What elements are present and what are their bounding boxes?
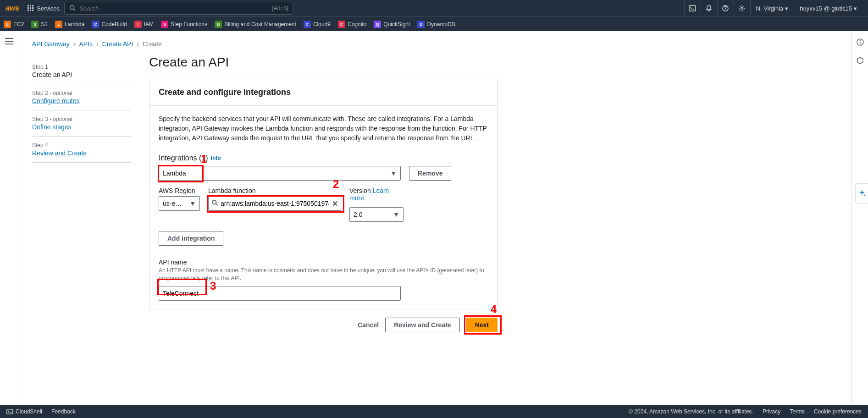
step-title: Create an API: [32, 71, 131, 78]
wizard-form: Create an API Create and configure integ…: [149, 51, 498, 332]
panel-description: Specify the backend services that your A…: [159, 114, 488, 143]
breadcrumb-link[interactable]: Create API: [102, 40, 133, 48]
review-create-button[interactable]: Review and Create: [385, 318, 460, 332]
service-shortcut[interactable]: LLambda: [55, 21, 84, 28]
service-shortcut[interactable]: CCognito: [338, 21, 366, 28]
version-select[interactable]: 2.0 ▼: [349, 207, 404, 222]
service-shortcut[interactable]: EEC2: [4, 21, 24, 28]
svg-point-17: [212, 200, 216, 204]
lambda-function-input[interactable]: ✕: [208, 196, 341, 211]
svg-point-9: [70, 5, 74, 9]
api-name-help: An HTTP API must have a name. This name …: [159, 267, 488, 282]
wizard-step[interactable]: Step 2 - optionalConfigure routes: [32, 84, 131, 110]
service-icon: I: [134, 21, 142, 28]
info-link[interactable]: Info: [211, 155, 221, 161]
cancel-button[interactable]: Cancel: [358, 321, 379, 329]
grid-icon: [28, 5, 34, 11]
caret-down-icon: ▾: [785, 5, 788, 12]
breadcrumb-link[interactable]: APIs: [79, 40, 93, 48]
aws-region-select[interactable]: us-e… ▼: [159, 196, 200, 211]
svg-rect-0: [28, 5, 29, 6]
global-nav: aws Services [Alt+S] N. Virginia▾ huyvv1…: [0, 0, 868, 16]
caret-down-icon: ▼: [189, 200, 196, 207]
region-selector[interactable]: N. Virginia▾: [750, 0, 794, 16]
svg-rect-5: [32, 7, 33, 9]
service-icon: S: [161, 21, 168, 28]
service-shortcut[interactable]: BBilling and Cost Management: [215, 21, 296, 28]
service-shortcut[interactable]: DDynamoDB: [417, 21, 455, 28]
lambda-arn-field[interactable]: [221, 200, 329, 207]
service-shortcut[interactable]: SStep Functions: [161, 21, 207, 28]
service-icon: C: [92, 21, 99, 28]
aws-logo[interactable]: aws: [6, 4, 19, 12]
service-shortcut[interactable]: CCloud9: [304, 21, 331, 28]
side-nav-toggle[interactable]: [0, 31, 18, 405]
breadcrumb: API Gateway › APIs › Create API › Create: [18, 40, 851, 51]
version-label: Version Learn more.: [349, 187, 404, 202]
services-menu[interactable]: Services: [28, 5, 60, 12]
svg-rect-2: [32, 5, 33, 6]
search-shortcut-hint: [Alt+S]: [272, 5, 288, 11]
wizard-actions: Cancel Review and Create Next 4: [149, 318, 498, 332]
svg-line-10: [74, 9, 76, 11]
service-icon: C: [304, 21, 311, 28]
step-number: Step 3 - optional: [32, 116, 131, 122]
lambda-function-label: Lambda function: [208, 187, 341, 194]
chevron-right-icon: ›: [73, 40, 76, 48]
service-shortcut[interactable]: QQuickSight: [374, 21, 410, 28]
global-search[interactable]: [Alt+S]: [64, 2, 293, 15]
breadcrumb-link[interactable]: API Gateway: [32, 40, 70, 48]
service-icon: E: [4, 21, 11, 28]
nav-utility: N. Virginia▾ huyvv15 @ glutis15▾: [684, 0, 862, 16]
cloudshell-icon[interactable]: [684, 0, 701, 16]
integrations-section-label: Integrations (1) Info: [159, 154, 488, 162]
info-circle-icon[interactable]: [856, 38, 864, 48]
help-panel-rail: [851, 31, 868, 405]
svg-rect-6: [28, 10, 29, 11]
wizard-steps: Step 1Create an APIStep 2 - optionalConf…: [32, 51, 131, 163]
svg-line-18: [216, 204, 218, 206]
clear-icon[interactable]: ✕: [332, 199, 338, 208]
service-shortcut[interactable]: CCodeBuild: [92, 21, 127, 28]
caret-down-icon: ▾: [854, 5, 857, 12]
svg-point-21: [860, 40, 860, 41]
api-name-label: API name: [159, 258, 488, 266]
ai-assistant-toggle[interactable]: [855, 183, 868, 204]
services-label: Services: [37, 5, 60, 12]
service-icon: S: [31, 21, 39, 28]
service-shortcut[interactable]: IIAM: [134, 21, 154, 28]
service-icon: C: [338, 21, 345, 28]
chevron-right-icon: ›: [96, 40, 99, 48]
help-icon[interactable]: [717, 0, 734, 16]
hamburger-icon: [5, 38, 13, 405]
service-shortcut-bar: EEC2SS3LLambdaCCodeBuildIIAMSStep Functi…: [0, 16, 868, 31]
account-menu[interactable]: huyvv15 @ glutis15▾: [794, 0, 862, 16]
svg-rect-7: [30, 10, 31, 11]
page-heading: Create an API: [149, 51, 498, 79]
svg-rect-3: [28, 7, 29, 9]
search-icon: [211, 199, 218, 208]
api-name-input[interactable]: [159, 286, 401, 301]
svg-rect-8: [32, 10, 33, 11]
integrations-panel: Create and configure integrations Specif…: [149, 79, 498, 309]
settings-icon[interactable]: [734, 0, 750, 16]
caret-down-icon: ▼: [393, 211, 399, 218]
svg-marker-22: [857, 57, 863, 64]
next-button[interactable]: Next: [466, 318, 498, 332]
search-input[interactable]: [79, 5, 268, 12]
hexagon-icon[interactable]: [856, 56, 864, 66]
remove-integration-button[interactable]: Remove: [409, 166, 451, 181]
svg-rect-1: [30, 5, 31, 6]
svg-rect-11: [689, 6, 696, 11]
step-title: Define stages: [32, 123, 131, 131]
search-icon: [69, 5, 76, 12]
add-integration-button[interactable]: Add integration: [159, 231, 223, 246]
integration-type-select[interactable]: Lambda ▼: [159, 166, 401, 181]
svg-point-13: [741, 7, 743, 9]
step-number: Step 4: [32, 142, 131, 148]
wizard-step[interactable]: Step 4Review and Create: [32, 137, 131, 163]
wizard-step[interactable]: Step 3 - optionalDefine stages: [32, 110, 131, 137]
chevron-right-icon: ›: [137, 40, 139, 48]
service-shortcut[interactable]: SS3: [31, 21, 48, 28]
notifications-icon[interactable]: [701, 0, 717, 16]
